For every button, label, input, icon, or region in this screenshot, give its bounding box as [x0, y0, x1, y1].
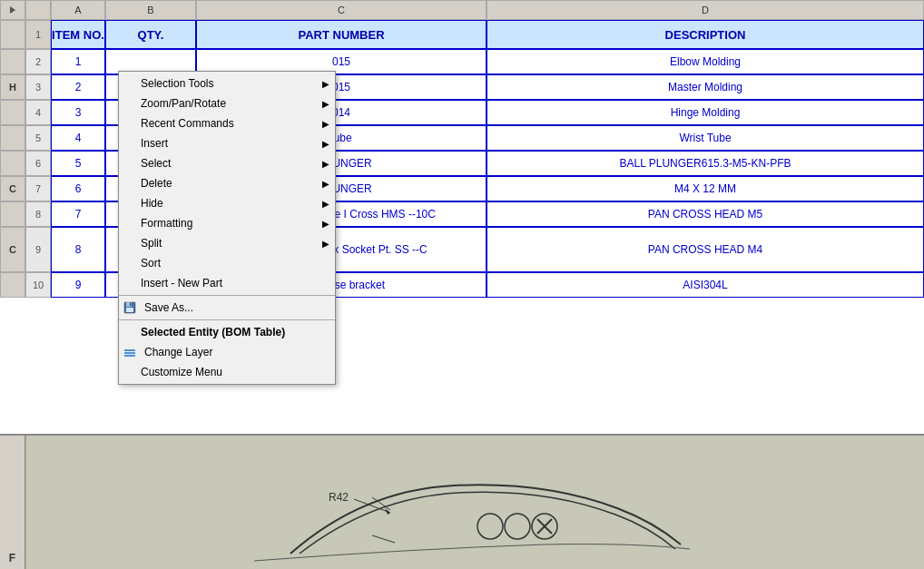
menu-item-hide[interactable]: Hide: [119, 193, 335, 213]
menu-item-selected-entity[interactable]: Selected Entity (BOM Table): [119, 322, 335, 342]
menu-item-insert[interactable]: Insert: [119, 133, 335, 153]
side-label-2: H: [0, 74, 25, 100]
side-label-7: [0, 201, 25, 227]
cell-2-a[interactable]: 2: [51, 74, 105, 100]
svg-text:R42: R42: [329, 491, 349, 504]
cell-8-a[interactable]: 8: [51, 227, 105, 272]
col-c-header[interactable]: PART NUMBER: [196, 20, 487, 49]
col-header-c[interactable]: C: [196, 0, 487, 20]
menu-item-delete[interactable]: Delete: [119, 173, 335, 193]
row-num-header: 1: [25, 20, 51, 49]
row-num-7: 8: [25, 201, 51, 227]
main-container: A B C D 1 ITEM NO. QTY. PART NUMBER DESC…: [0, 0, 924, 569]
row-num-9: 10: [25, 272, 51, 298]
cell-7-d[interactable]: PAN CROSS HEAD M5: [487, 201, 924, 227]
svg-rect-3: [126, 308, 133, 312]
col-header-b[interactable]: B: [105, 0, 196, 20]
menu-item-select[interactable]: Select: [119, 153, 335, 173]
cell-7-a[interactable]: 7: [51, 201, 105, 227]
save-icon: [123, 300, 137, 315]
menu-item-customize-menu[interactable]: Customize Menu: [119, 362, 335, 382]
row-num-1: 2: [25, 49, 51, 74]
cell-9-a[interactable]: 9: [51, 272, 105, 298]
side-label-6: C: [0, 176, 25, 201]
cell-3-a[interactable]: 3: [51, 100, 105, 125]
col-header-a[interactable]: A: [51, 0, 105, 20]
menu-separator-2: [119, 319, 335, 320]
cell-9-d[interactable]: AISI304L: [487, 272, 924, 298]
cell-3-d[interactable]: Hinge Molding: [487, 100, 924, 125]
col-header-rownum: [25, 0, 51, 20]
menu-item-formatting[interactable]: Formatting: [119, 213, 335, 233]
svg-rect-6: [124, 352, 135, 354]
menu-item-insert-new-part[interactable]: Insert - New Part: [119, 273, 335, 293]
menu-item-save-as[interactable]: Save As...: [119, 298, 335, 318]
svg-rect-8: [0, 436, 924, 569]
side-label-9: [0, 272, 25, 298]
drawing-area: R42 F: [0, 436, 924, 569]
col-d-header[interactable]: DESCRIPTION: [487, 20, 924, 49]
menu-item-split[interactable]: Split: [119, 233, 335, 253]
layer-icon: [123, 345, 137, 359]
side-label-header: [0, 20, 25, 49]
side-label-4: [0, 125, 25, 151]
col-b-header[interactable]: QTY.: [105, 20, 196, 49]
context-menu: Selection Tools Zoom/Pan/Rotate Recent C…: [118, 71, 336, 385]
cell-5-d[interactable]: BALL PLUNGER615.3-M5-KN-PFB: [487, 151, 924, 176]
side-label-1: [0, 49, 25, 74]
corner-cell: [0, 0, 25, 20]
row-num-5: 6: [25, 151, 51, 176]
table-area: A B C D 1 ITEM NO. QTY. PART NUMBER DESC…: [0, 0, 924, 436]
svg-rect-7: [124, 355, 135, 357]
cell-6-a[interactable]: 6: [51, 176, 105, 201]
cell-1-d[interactable]: Elbow Molding: [487, 49, 924, 74]
row-num-8: 9: [25, 227, 51, 272]
menu-item-sort[interactable]: Sort: [119, 253, 335, 273]
svg-marker-0: [10, 6, 15, 14]
cell-1-a[interactable]: 1: [51, 49, 105, 74]
cell-4-d[interactable]: Wrist Tube: [487, 125, 924, 151]
cell-2-d[interactable]: Master Molding: [487, 74, 924, 100]
row-num-4: 5: [25, 125, 51, 151]
menu-item-selection-tools[interactable]: Selection Tools: [119, 74, 335, 93]
cell-8-d[interactable]: PAN CROSS HEAD M4: [487, 227, 924, 272]
cell-5-a[interactable]: 5: [51, 151, 105, 176]
side-label-3: [0, 100, 25, 125]
side-label-5: [0, 151, 25, 176]
svg-rect-5: [124, 349, 135, 351]
drawing-svg: R42: [0, 436, 924, 569]
drawing-label-f: F: [9, 552, 15, 564]
svg-rect-4: [130, 303, 132, 307]
cell-6-d[interactable]: M4 X 12 MM: [487, 176, 924, 201]
menu-item-zoom-pan-rotate[interactable]: Zoom/Pan/Rotate: [119, 93, 335, 113]
drawing-left-label: F: [0, 436, 25, 569]
menu-separator-1: [119, 295, 335, 296]
side-label-8: C: [0, 227, 25, 272]
cell-4-a[interactable]: 4: [51, 125, 105, 151]
row-num-6: 7: [25, 176, 51, 201]
row-num-2: 3: [25, 74, 51, 100]
header-row: 1 ITEM NO. QTY. PART NUMBER DESCRIPTION: [0, 20, 924, 49]
col-a-header[interactable]: ITEM NO.: [51, 20, 105, 49]
menu-item-recent-commands[interactable]: Recent Commands: [119, 113, 335, 133]
row-num-3: 4: [25, 100, 51, 125]
menu-item-change-layer[interactable]: Change Layer: [119, 342, 335, 362]
col-header-d[interactable]: D: [487, 0, 924, 20]
